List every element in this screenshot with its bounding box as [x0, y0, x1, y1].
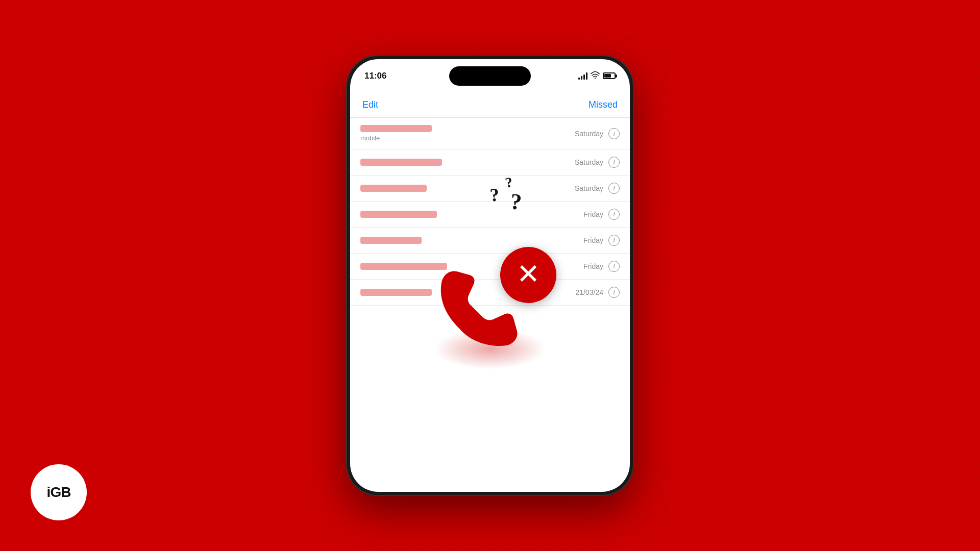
call-day: Friday	[583, 210, 603, 218]
missed-tab[interactable]: Missed	[589, 99, 618, 110]
info-icon[interactable]: i	[608, 209, 620, 220]
call-item-right: Friday i	[583, 261, 620, 272]
call-item-right: 21/03/24 i	[576, 287, 620, 298]
call-item-right: Friday i	[583, 235, 620, 246]
call-item-info	[360, 185, 427, 192]
igb-logo: iGB	[31, 464, 87, 520]
call-item[interactable]: 21/03/24 i	[350, 280, 630, 306]
call-item[interactable]: Saturday i	[350, 176, 630, 202]
call-item[interactable]: Friday i	[350, 202, 630, 228]
call-name-blur	[360, 185, 427, 192]
call-name-blur	[360, 125, 432, 132]
info-icon[interactable]: i	[608, 183, 620, 194]
call-day: Friday	[583, 236, 603, 244]
call-name-blur	[360, 263, 447, 270]
dynamic-island	[449, 66, 531, 86]
call-name-blur	[360, 289, 432, 296]
info-icon[interactable]: i	[608, 128, 620, 139]
call-item[interactable]: Friday i	[350, 228, 630, 254]
status-icons	[578, 71, 616, 80]
edit-button[interactable]: Edit	[362, 99, 378, 110]
info-icon[interactable]: i	[608, 287, 620, 298]
call-item-right: Saturday i	[575, 157, 620, 168]
info-icon[interactable]: i	[608, 235, 620, 246]
call-item[interactable]: Saturday i	[350, 149, 630, 176]
call-item[interactable]: mobile Saturday i	[350, 118, 630, 149]
info-icon[interactable]: i	[608, 157, 620, 168]
phone-screen: 11:06	[350, 59, 630, 492]
call-item-info	[360, 159, 442, 166]
call-name-blur	[360, 211, 437, 218]
battery-icon	[603, 72, 616, 79]
call-day: Saturday	[575, 158, 603, 166]
call-list: mobile Saturday i Saturday i	[350, 118, 630, 492]
call-name-blur	[360, 237, 422, 244]
status-time: 11:06	[364, 71, 386, 81]
call-item-info: mobile	[360, 125, 432, 142]
info-icon[interactable]: i	[608, 261, 620, 272]
svg-point-0	[595, 78, 596, 79]
call-item[interactable]: Friday i	[350, 254, 630, 280]
call-item-info	[360, 211, 437, 218]
phone-frame: 11:06	[347, 56, 633, 495]
navigation-bar: Edit Missed	[350, 92, 630, 118]
wifi-icon	[591, 71, 600, 80]
call-name-blur	[360, 159, 442, 166]
igb-logo-text: iGB	[47, 484, 71, 500]
call-day: Friday	[583, 262, 603, 270]
signal-icon	[578, 72, 587, 80]
call-item-info	[360, 263, 447, 270]
call-item-right: Saturday i	[575, 183, 620, 194]
call-day: Saturday	[575, 184, 603, 192]
call-day: 21/03/24	[576, 288, 604, 296]
call-item-info	[360, 289, 432, 296]
call-day: Saturday	[575, 130, 603, 138]
call-item-right: Saturday i	[575, 128, 620, 139]
call-item-right: Friday i	[583, 209, 620, 220]
call-type: mobile	[360, 134, 432, 142]
call-item-info	[360, 237, 422, 244]
